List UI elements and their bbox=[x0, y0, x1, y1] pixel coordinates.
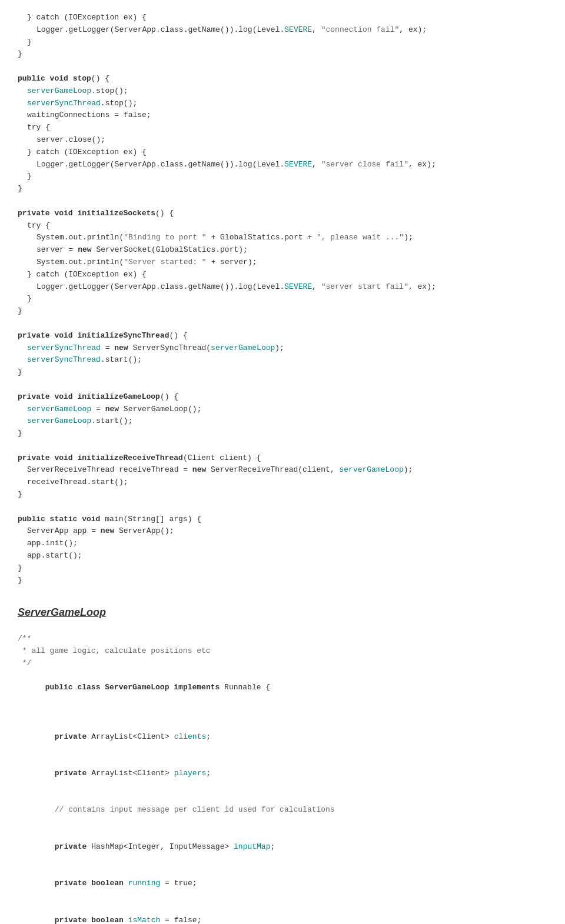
code-line: } bbox=[18, 48, 547, 61]
comment-inputmap: // contains input message per client id … bbox=[18, 792, 547, 829]
code-line: serverSyncThread.stop(); bbox=[18, 98, 547, 110]
code-line: ServerApp app = new ServerApp(); bbox=[18, 525, 547, 538]
code-line: private void initializeGameLoop() { bbox=[18, 391, 547, 403]
field-inputmap: private HashMap<Integer, InputMessage> i… bbox=[18, 829, 547, 865]
comment-line: */ bbox=[18, 658, 547, 670]
code-line: } catch (IOException ex) { bbox=[18, 146, 547, 159]
field-clients: private ArrayList<Client> clients; bbox=[18, 719, 547, 755]
code-line: waitingConnections = false; bbox=[18, 109, 547, 122]
code-line: Logger.getLogger(ServerApp.class.getName… bbox=[18, 159, 547, 171]
code-line bbox=[18, 706, 547, 719]
code-line: ServerReceiveThread receiveThread = new … bbox=[18, 464, 547, 476]
code-line: private void initializeSyncThread() { bbox=[18, 330, 547, 342]
section-header: ServerGameLoop bbox=[18, 604, 547, 621]
field-players: private ArrayList<Client> players; bbox=[18, 755, 547, 792]
code-line bbox=[18, 195, 547, 208]
code-line: Logger.getLogger(ServerApp.class.getName… bbox=[18, 281, 547, 293]
code-line: System.out.println("Server started: " + … bbox=[18, 256, 547, 269]
code-line: serverGameLoop.start(); bbox=[18, 415, 547, 428]
code-line: app.start(); bbox=[18, 550, 547, 562]
code-line: server.close(); bbox=[18, 134, 547, 146]
code-line: } bbox=[18, 366, 547, 379]
code-line: private void initializeReceiveThread(Cli… bbox=[18, 452, 547, 465]
class-declaration: public class ServerGameLoop implements R… bbox=[18, 670, 547, 706]
code-line: serverSyncThread.start(); bbox=[18, 354, 547, 366]
code-line: try { bbox=[18, 220, 547, 232]
code-line: receiveThread.start(); bbox=[18, 476, 547, 489]
code-line bbox=[18, 318, 547, 330]
code-line: private void initializeSockets() { bbox=[18, 208, 547, 220]
code-line: } bbox=[18, 575, 547, 587]
code-line: serverSyncThread = new ServerSyncThread(… bbox=[18, 342, 547, 355]
code-line: app.init(); bbox=[18, 538, 547, 550]
code-line: } bbox=[18, 562, 547, 575]
code-line: serverGameLoop = new ServerGameLoop(); bbox=[18, 403, 547, 416]
field-running: private boolean running = true; bbox=[18, 865, 547, 902]
code-line bbox=[18, 440, 547, 452]
code-line: try { bbox=[18, 122, 547, 134]
code-line: } bbox=[18, 293, 547, 305]
code-line bbox=[18, 61, 547, 73]
code-line: serverGameLoop.stop(); bbox=[18, 85, 547, 98]
server-game-loop-block: /** * all game logic, calculate position… bbox=[18, 633, 547, 924]
code-line: } bbox=[18, 428, 547, 440]
code-line: public void stop() { bbox=[18, 73, 547, 85]
comment-line: * all game logic, calculate positions et… bbox=[18, 645, 547, 658]
comment-line: /** bbox=[18, 633, 547, 645]
code-line: } bbox=[18, 171, 547, 183]
code-container: } catch (IOException ex) { Logger.getLog… bbox=[0, 0, 565, 924]
code-line: public static void main(String[] args) { bbox=[18, 513, 547, 526]
code-line: } bbox=[18, 305, 547, 318]
code-line: } bbox=[18, 489, 547, 501]
code-line: } bbox=[18, 36, 547, 49]
code-line: server = new ServerSocket(GlobalStatics.… bbox=[18, 244, 547, 256]
code-block-start: } catch (IOException ex) { Logger.getLog… bbox=[18, 12, 547, 586]
code-line: } catch (IOException ex) { bbox=[18, 12, 547, 24]
code-line: System.out.println("Binding to port " + … bbox=[18, 232, 547, 244]
code-line: } catch (IOException ex) { bbox=[18, 269, 547, 281]
field-ismatch: private boolean isMatch = false; bbox=[18, 902, 547, 924]
code-line: } bbox=[18, 183, 547, 195]
code-line bbox=[18, 379, 547, 391]
code-line bbox=[18, 501, 547, 513]
code-line: Logger.getLogger(ServerApp.class.getName… bbox=[18, 24, 547, 36]
